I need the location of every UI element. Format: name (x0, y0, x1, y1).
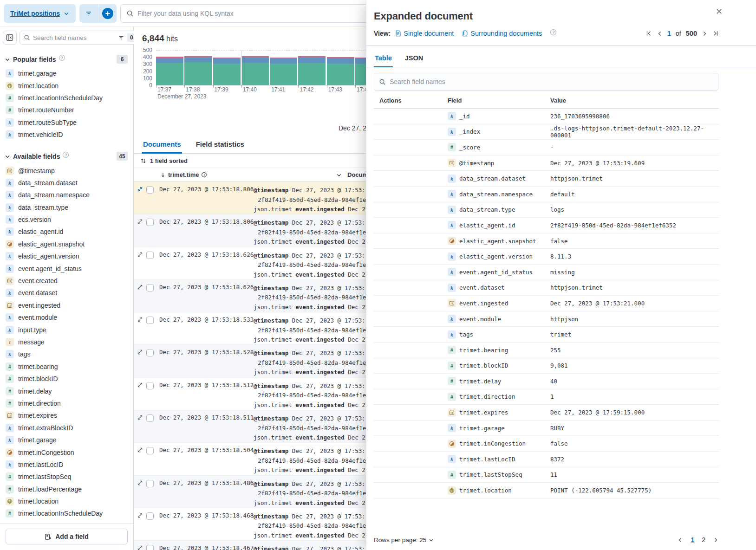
sidebar-field-item[interactable]: trimet.expires (0, 409, 133, 421)
sidebar-field-item[interactable]: k trimet.vehicleID (0, 129, 133, 141)
sidebar-field-item[interactable]: # trimet.blockID (0, 373, 133, 385)
sidebar-field-item[interactable]: k trimet.routeSubType (0, 116, 133, 129)
expand-icon[interactable] (137, 414, 143, 421)
sidebar-field-item[interactable]: k event.agent_id_status (0, 262, 133, 274)
sidebar-field-item[interactable]: # trimet.bearing (0, 361, 133, 373)
sidebar-field-item[interactable]: @timestamp (0, 164, 133, 176)
row-checkbox[interactable] (146, 382, 154, 389)
sidebar-field-item[interactable]: elastic_agent.snapshot (0, 238, 133, 250)
sidebar-field-item[interactable]: k tags (0, 348, 133, 360)
field-name: trimet.lastStopSeq (459, 471, 522, 478)
histogram-bar[interactable] (270, 58, 297, 85)
available-fields-header[interactable]: Available fields ? 45 (0, 149, 133, 164)
sidebar-field-item[interactable]: k trimet.garage (0, 67, 133, 79)
surrounding-documents-link[interactable]: Surrounding documents (462, 30, 542, 37)
expand-icon[interactable] (137, 284, 143, 290)
histogram-bar[interactable] (156, 57, 183, 85)
sidebar-field-item[interactable]: k ecs.version (0, 214, 133, 226)
add-field-button[interactable]: Add a field (6, 529, 128, 544)
histogram-bar[interactable] (298, 56, 326, 85)
page-number-1[interactable]: 1 (691, 536, 694, 544)
flyout-field-search-input[interactable] (390, 78, 713, 85)
sidebar-field-item[interactable]: k trimet.garage (0, 434, 133, 446)
field-search-input[interactable] (33, 34, 115, 41)
tab-documents[interactable]: Documents (142, 136, 182, 154)
row-checkbox[interactable] (146, 480, 154, 487)
expand-icon[interactable] (137, 349, 143, 355)
row-checkbox[interactable] (146, 317, 154, 324)
column-header-time[interactable]: trimet.time (134, 171, 347, 178)
field-search-box[interactable]: 0 (20, 31, 139, 45)
add-filter-button[interactable]: + (98, 4, 117, 23)
sidebar-field-item[interactable]: trimet.location (0, 79, 133, 91)
sidebar-field-item[interactable]: k data_stream.namespace (0, 189, 133, 201)
sidebar-field-item[interactable]: k input.type (0, 324, 133, 336)
filters-button[interactable] (79, 4, 98, 23)
histogram-bar[interactable] (327, 57, 354, 85)
collapse-sidebar-button[interactable] (3, 31, 17, 45)
sidebar-field-item[interactable]: k event.module (0, 311, 133, 324)
sidebar-field-item[interactable]: t message (0, 336, 133, 348)
sidebar-field-item[interactable]: event.ingested (0, 299, 133, 311)
expand-icon[interactable] (137, 545, 143, 550)
keyword-icon: k (6, 191, 14, 199)
expand-icon[interactable] (137, 317, 143, 323)
page-number-2[interactable]: 2 (702, 536, 705, 544)
sidebar-field-item[interactable]: k data_stream.dataset (0, 177, 133, 189)
sidebar-field-item[interactable]: # trimet.locationInScheduleDay (0, 507, 133, 519)
row-checkbox[interactable] (146, 219, 154, 226)
sidebar-field-item[interactable]: k elastic_agent.version (0, 250, 133, 262)
histogram-bar[interactable] (241, 56, 269, 85)
expand-icon[interactable] (137, 512, 143, 518)
sidebar-field-item[interactable]: # trimet.lastStopSeq (0, 471, 133, 483)
last-page-icon[interactable] (712, 30, 719, 37)
row-checkbox[interactable] (146, 252, 154, 259)
sidebar-field-item[interactable]: k event.dataset (0, 287, 133, 299)
expand-icon[interactable] (137, 219, 143, 225)
rows-per-page-button[interactable]: Rows per page: 25 (374, 537, 434, 544)
sidebar-field-item[interactable]: k trimet.extraBlockID (0, 422, 133, 434)
flyout-tab-json[interactable]: JSON (404, 52, 424, 67)
expand-icon[interactable] (137, 480, 143, 486)
data-view-picker[interactable]: TriMet positions (4, 4, 76, 23)
sidebar-field-item[interactable]: k data_stream.type (0, 201, 133, 214)
row-checkbox[interactable] (146, 447, 154, 454)
row-checkbox[interactable] (146, 414, 154, 422)
sidebar-field-item[interactable]: trimet.inCongestion (0, 446, 133, 458)
field-filter-icon[interactable] (118, 34, 124, 41)
sidebar-field-item[interactable]: event.created (0, 275, 133, 287)
flyout-tab-table[interactable]: Table (374, 52, 393, 67)
sidebar-field-item[interactable]: # trimet.loadPercentage (0, 483, 133, 495)
flyout-field-search[interactable] (374, 73, 718, 91)
field-name: trimet.garage (18, 436, 56, 444)
expand-icon[interactable] (137, 252, 143, 258)
single-document-link[interactable]: Single document (395, 30, 454, 37)
expand-icon[interactable] (137, 382, 143, 388)
next-page-icon[interactable] (713, 537, 719, 543)
row-checkbox[interactable] (146, 186, 154, 194)
previous-page-icon[interactable] (677, 537, 683, 543)
column-options-chevron-icon[interactable] (336, 172, 342, 178)
row-checkbox[interactable] (146, 284, 154, 291)
histogram-bar[interactable] (184, 56, 212, 85)
next-page-icon[interactable] (702, 31, 708, 37)
sidebar-field-item[interactable]: # trimet.locationInScheduleDay (0, 92, 133, 104)
previous-page-icon[interactable] (657, 31, 663, 37)
expand-icon[interactable] (137, 447, 143, 453)
close-icon[interactable] (714, 6, 723, 16)
sidebar-field-item[interactable]: # trimet.routeNumber (0, 104, 133, 116)
sidebar-field-item[interactable]: # trimet.delay (0, 385, 133, 397)
row-checkbox[interactable] (146, 512, 154, 520)
sidebar-field-item[interactable]: k trimet.lastLocID (0, 459, 133, 471)
histogram-bar[interactable] (213, 58, 241, 85)
row-checkbox[interactable] (146, 545, 154, 550)
sidebar-field-item[interactable]: k elastic_agent.id (0, 226, 133, 238)
popular-fields-header[interactable]: Popular fields ? 6 (0, 52, 133, 67)
minimize-icon[interactable] (137, 186, 143, 192)
sidebar-field-item[interactable]: trimet.location (0, 495, 133, 507)
field-name: data_stream.type (18, 204, 68, 211)
tab-field-statistics[interactable]: Field statistics (195, 136, 245, 153)
sidebar-field-item[interactable]: # trimet.direction (0, 397, 133, 409)
first-page-icon[interactable] (645, 30, 652, 37)
row-checkbox[interactable] (146, 349, 154, 356)
